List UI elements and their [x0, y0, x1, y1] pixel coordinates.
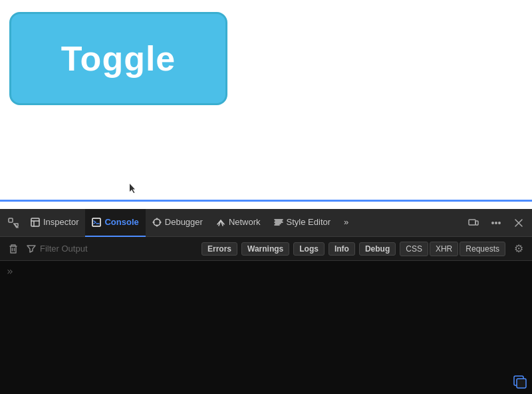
tab-network[interactable]: Network [209, 209, 267, 237]
svg-point-7 [495, 222, 497, 223]
close-devtools-icon[interactable] [508, 212, 529, 234]
console-prompt-arrows: » [7, 265, 13, 278]
tab-debugger[interactable]: Debugger [146, 209, 209, 237]
filter-input-area[interactable]: Filter Output [27, 244, 198, 254]
toggle-button-label: Toggle [61, 39, 176, 79]
filter-badge-debug[interactable]: Debug [359, 242, 396, 256]
filter-badge-info[interactable]: Info [329, 242, 355, 256]
filter-css-button[interactable]: CSS [400, 242, 428, 256]
filter-badge-errors[interactable]: Errors [201, 242, 237, 256]
tab-style-editor[interactable]: Style Editor [267, 209, 337, 237]
filter-badge-logs[interactable]: Logs [293, 242, 325, 256]
tab-more[interactable]: » [337, 209, 355, 237]
tab-console-label: Console [104, 217, 138, 227]
filter-placeholder: Filter Output [40, 244, 88, 254]
cursor-indicator [130, 184, 136, 193]
console-settings-icon[interactable]: ⚙ [509, 240, 528, 258]
svg-rect-4 [469, 220, 475, 225]
devtools-panel: Inspector Console Debugger Network [0, 209, 532, 394]
filter-badge-warnings[interactable]: Warnings [241, 242, 289, 256]
blue-separator-line [0, 200, 532, 202]
console-prompt-line: » [0, 261, 532, 282]
tab-debugger-label: Debugger [165, 217, 203, 227]
pick-element-icon[interactable] [3, 212, 24, 234]
toggle-button[interactable]: Toggle [9, 12, 227, 105]
filter-requests-button[interactable]: Requests [460, 242, 505, 256]
svg-rect-0 [9, 218, 13, 222]
svg-point-6 [492, 222, 493, 223]
svg-rect-5 [475, 221, 478, 225]
svg-rect-2 [92, 218, 100, 226]
svg-rect-1 [31, 218, 39, 226]
tab-network-label: Network [229, 217, 261, 227]
tab-style-editor-label: Style Editor [287, 217, 331, 227]
more-options-icon[interactable] [485, 212, 507, 234]
console-output-area[interactable]: » [0, 261, 532, 394]
tab-inspector[interactable]: Inspector [24, 209, 85, 237]
tab-inspector-label: Inspector [43, 217, 78, 227]
tab-more-label: » [344, 217, 348, 227]
responsive-design-icon[interactable] [463, 212, 484, 234]
filter-right-buttons: CSS XHR Requests [400, 242, 505, 256]
main-content-area: Toggle [0, 0, 532, 200]
svg-point-8 [499, 222, 500, 223]
svg-rect-10 [517, 379, 526, 388]
toolbar-right-buttons [463, 212, 529, 234]
filter-bar: Filter Output Errors Warnings Logs Info … [0, 237, 532, 261]
clear-console-icon[interactable] [4, 240, 23, 258]
console-bottom-right-icon[interactable] [513, 375, 527, 389]
filter-xhr-button[interactable]: XHR [430, 242, 458, 256]
tab-console[interactable]: Console [85, 209, 145, 237]
devtools-toolbar: Inspector Console Debugger Network [0, 209, 532, 237]
